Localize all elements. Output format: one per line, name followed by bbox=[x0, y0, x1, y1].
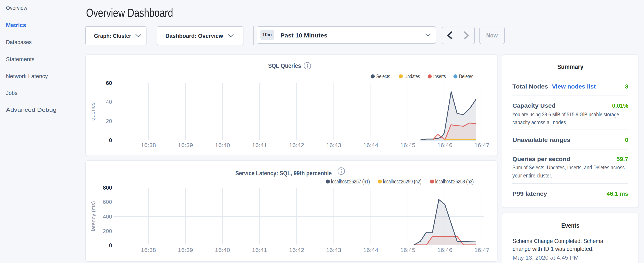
svg-text:Sum of Selects, Updates, Inser: Sum of Selects, Updates, Inserts, and De… bbox=[512, 164, 625, 171]
svg-text:600: 600 bbox=[103, 199, 112, 205]
svg-text:16:41: 16:41 bbox=[252, 142, 267, 148]
svg-text:Summary: Summary bbox=[557, 63, 584, 70]
svg-text:Schema Change Completed: Schem: Schema Change Completed: Schema bbox=[512, 238, 603, 244]
svg-text:16:45: 16:45 bbox=[400, 142, 416, 148]
svg-text:View nodes list: View nodes list bbox=[552, 83, 596, 90]
svg-text:Events: Events bbox=[561, 222, 579, 229]
svg-text:Graph: Cluster: Graph: Cluster bbox=[94, 33, 131, 39]
svg-text:Inserts: Inserts bbox=[433, 73, 446, 80]
svg-text:capacity across all nodes.: capacity across all nodes. bbox=[512, 119, 567, 126]
svg-text:0: 0 bbox=[109, 242, 112, 248]
svg-text:Total Nodes: Total Nodes bbox=[512, 83, 548, 90]
svg-text:16:44: 16:44 bbox=[363, 142, 378, 148]
svg-text:Metrics: Metrics bbox=[6, 22, 26, 28]
svg-text:16:39: 16:39 bbox=[178, 247, 193, 253]
svg-text:Now: Now bbox=[486, 32, 498, 39]
svg-text:400: 400 bbox=[103, 213, 112, 220]
svg-text:Overview Dashboard: Overview Dashboard bbox=[86, 6, 173, 19]
svg-text:Databases: Databases bbox=[6, 39, 32, 45]
svg-text:Selects: Selects bbox=[376, 73, 390, 80]
svg-text:16:42: 16:42 bbox=[289, 142, 304, 148]
svg-text:16:47: 16:47 bbox=[474, 142, 490, 148]
svg-text:SQL Queries: SQL Queries bbox=[268, 62, 301, 69]
svg-text:60: 60 bbox=[106, 80, 112, 86]
svg-text:Updates: Updates bbox=[404, 73, 420, 80]
svg-text:3: 3 bbox=[625, 83, 628, 90]
svg-text:20: 20 bbox=[106, 118, 112, 124]
svg-text:queries: queries bbox=[90, 102, 96, 120]
svg-text:You are using 28.6 MiB of 515.: You are using 28.6 MiB of 515.9 GiB usab… bbox=[512, 111, 619, 118]
svg-text:Deletes: Deletes bbox=[459, 73, 473, 80]
svg-text:16:38: 16:38 bbox=[141, 247, 156, 253]
svg-text:16:45: 16:45 bbox=[400, 247, 416, 253]
svg-text:Queries per second: Queries per second bbox=[512, 156, 570, 162]
svg-text:0: 0 bbox=[109, 137, 112, 143]
svg-text:P99 latency: P99 latency bbox=[512, 190, 547, 197]
svg-text:200: 200 bbox=[103, 228, 112, 234]
svg-text:16:40: 16:40 bbox=[215, 247, 230, 253]
svg-text:16:41: 16:41 bbox=[252, 247, 267, 253]
svg-text:16:43: 16:43 bbox=[326, 142, 341, 148]
svg-text:16:43: 16:43 bbox=[326, 247, 341, 253]
svg-text:59.7: 59.7 bbox=[616, 156, 628, 162]
svg-text:Statements: Statements bbox=[6, 56, 34, 62]
svg-text:Overview: Overview bbox=[6, 5, 27, 11]
svg-text:your entire cluster.: your entire cluster. bbox=[512, 172, 552, 179]
svg-text:16:47: 16:47 bbox=[474, 247, 490, 253]
svg-text:46.1 ms: 46.1 ms bbox=[606, 190, 628, 197]
svg-text:localhost:26259 (n2): localhost:26259 (n2) bbox=[383, 178, 422, 185]
svg-text:May 13, 2020 at 4:45 PM: May 13, 2020 at 4:45 PM bbox=[512, 254, 579, 261]
svg-text:Service Latency: SQL, 99th per: Service Latency: SQL, 99th percentile bbox=[235, 170, 332, 177]
svg-text:Jobs: Jobs bbox=[6, 90, 18, 96]
svg-text:Dashboard: Overview: Dashboard: Overview bbox=[166, 33, 223, 39]
svg-text:16:39: 16:39 bbox=[178, 142, 193, 148]
svg-text:latency (ms): latency (ms) bbox=[90, 201, 96, 231]
svg-text:0: 0 bbox=[625, 137, 628, 143]
svg-text:localhost:26258 (n3): localhost:26258 (n3) bbox=[435, 178, 474, 185]
svg-text:16:42: 16:42 bbox=[289, 247, 304, 253]
svg-text:0.01%: 0.01% bbox=[612, 102, 628, 109]
svg-text:16:46: 16:46 bbox=[437, 247, 452, 253]
svg-text:Advanced Debug: Advanced Debug bbox=[6, 107, 56, 113]
svg-text:Network Latency: Network Latency bbox=[6, 73, 48, 79]
svg-text:10m: 10m bbox=[262, 32, 272, 38]
svg-text:16:44: 16:44 bbox=[363, 247, 378, 253]
svg-text:40: 40 bbox=[106, 99, 112, 105]
svg-text:16:46: 16:46 bbox=[437, 142, 452, 148]
svg-text:Capacity Used: Capacity Used bbox=[512, 102, 556, 109]
svg-text:Unavailable ranges: Unavailable ranges bbox=[512, 137, 570, 143]
svg-text:16:38: 16:38 bbox=[141, 142, 156, 148]
svg-text:change with ID 1 was completed: change with ID 1 was completed. bbox=[512, 245, 594, 252]
svg-text:Past 10 Minutes: Past 10 Minutes bbox=[280, 32, 328, 39]
svg-text:800: 800 bbox=[103, 184, 112, 191]
svg-text:localhost:26257 (n1): localhost:26257 (n1) bbox=[331, 178, 370, 185]
svg-text:16:40: 16:40 bbox=[215, 142, 230, 148]
